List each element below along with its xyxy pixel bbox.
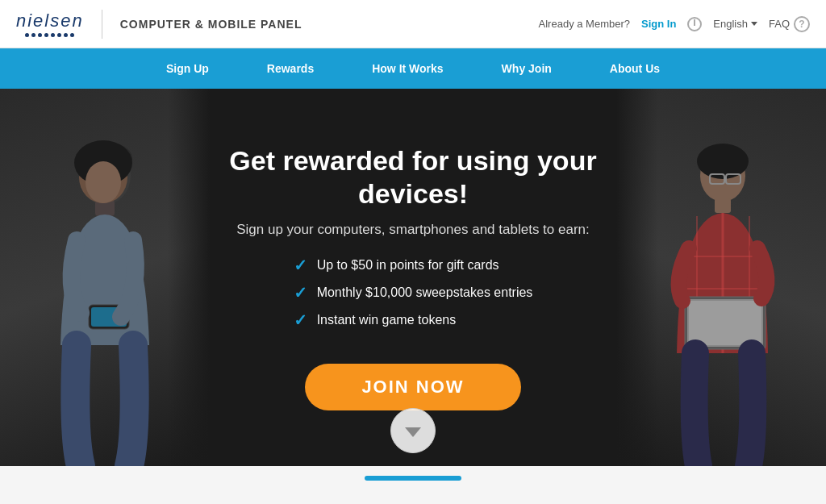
- person-left-svg: [16, 127, 194, 466]
- dot-5: [51, 33, 55, 37]
- benefit-item-3: ✓ Instant win game tokens: [294, 310, 533, 330]
- hero-subtitle: Sign up your computers, smartphones and …: [187, 222, 639, 238]
- benefit-text-1: Up to $50 in points for gift cards: [317, 258, 499, 273]
- benefit-text-2: Monthly $10,000 sweepstakes entries: [317, 285, 533, 300]
- dot-8: [70, 33, 74, 37]
- header-right: Already a Member? Sign In English FAQ ?: [539, 16, 810, 32]
- person-right-svg: [632, 127, 810, 466]
- already-member-text: Already a Member?: [539, 18, 630, 30]
- check-icon-1: ✓: [294, 256, 307, 275]
- hero-benefits-list: ✓ Up to $50 in points for gift cards ✓ M…: [294, 256, 533, 338]
- benefit-text-3: Instant win game tokens: [317, 313, 457, 327]
- nielsen-logo: nielsen: [16, 10, 84, 37]
- nav-item-signup[interactable]: Sign Up: [137, 48, 238, 89]
- svg-rect-21: [689, 301, 761, 345]
- chevron-down-icon: [751, 22, 757, 26]
- language-label: English: [713, 18, 748, 30]
- site-title: COMPUTER & MOBILE PANEL: [120, 18, 302, 31]
- dot-4: [44, 33, 48, 37]
- dot-2: [31, 33, 35, 37]
- faq-button[interactable]: FAQ ?: [769, 16, 810, 32]
- faq-label: FAQ: [769, 18, 790, 30]
- svg-point-5: [86, 161, 121, 203]
- dot-3: [38, 33, 42, 37]
- svg-rect-13: [715, 198, 731, 213]
- header: nielsen COMPUTER & MOBILE PANEL Already …: [0, 0, 826, 48]
- hero-content: Get rewarded for using your devices! Sig…: [171, 128, 655, 427]
- nav-item-rewards[interactable]: Rewards: [238, 48, 343, 89]
- signin-link[interactable]: Sign In: [641, 18, 676, 30]
- benefit-item-2: ✓ Monthly $10,000 sweepstakes entries: [294, 283, 533, 302]
- nav-item-about-us[interactable]: About Us: [581, 48, 689, 89]
- scroll-chevron-icon: [405, 427, 421, 437]
- dot-6: [57, 33, 61, 37]
- faq-icon: ?: [794, 16, 810, 32]
- hero-title: Get rewarded for using your devices!: [187, 144, 639, 210]
- language-selector[interactable]: English: [713, 18, 757, 30]
- header-left: nielsen COMPUTER & MOBILE PANEL: [16, 10, 302, 39]
- nav-item-why-join[interactable]: Why Join: [473, 48, 581, 89]
- benefit-item-1: ✓ Up to $50 in points for gift cards: [294, 256, 533, 275]
- bottom-accent-bar: [365, 476, 461, 481]
- dot-7: [64, 33, 68, 37]
- join-now-button[interactable]: JOIN NOW: [305, 364, 520, 410]
- header-divider: [102, 10, 102, 39]
- power-icon[interactable]: [687, 17, 702, 31]
- nav-item-how-it-works[interactable]: How It Works: [343, 48, 472, 89]
- main-nav: Sign Up Rewards How It Works Why Join Ab…: [0, 48, 826, 89]
- hero-section: Get rewarded for using your devices! Sig…: [0, 89, 826, 466]
- logo-dots: [25, 33, 74, 37]
- scroll-indicator[interactable]: [390, 408, 436, 453]
- dot-1: [25, 33, 29, 37]
- check-icon-3: ✓: [294, 310, 307, 330]
- check-icon-2: ✓: [294, 283, 307, 302]
- logo-text: nielsen: [16, 10, 84, 31]
